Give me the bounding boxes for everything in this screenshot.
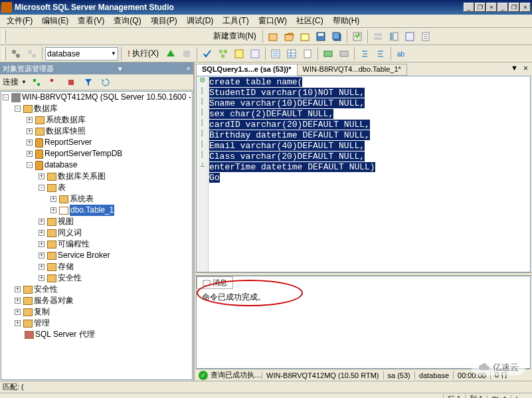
expand-toggle[interactable]: + bbox=[50, 207, 56, 213]
expand-toggle[interactable]: + bbox=[39, 230, 44, 236]
close2-button[interactable]: × bbox=[520, 3, 531, 12]
close-button[interactable]: × bbox=[486, 3, 497, 12]
tree-diagram[interactable]: 数据库关系图 bbox=[58, 171, 106, 182]
specify-values-button[interactable]: ab bbox=[394, 47, 408, 61]
tree-rs[interactable]: ReportServer bbox=[44, 137, 92, 148]
expand-toggle[interactable]: + bbox=[27, 151, 33, 157]
stop-button[interactable] bbox=[179, 47, 194, 61]
tree-prog[interactable]: 可编程性 bbox=[58, 239, 90, 250]
expand-toggle[interactable]: + bbox=[15, 298, 21, 304]
expand-toggle[interactable]: + bbox=[15, 309, 21, 315]
expand-toggle[interactable]: + bbox=[27, 140, 33, 146]
debug-button[interactable] bbox=[163, 47, 178, 61]
expand-toggle[interactable]: + bbox=[39, 275, 44, 281]
toolbar-grip[interactable] bbox=[3, 30, 6, 43]
tree-table1[interactable]: dbo.Table_1 bbox=[70, 205, 114, 216]
menu-tools[interactable]: 工具(T) bbox=[219, 15, 252, 27]
connect2-button[interactable] bbox=[29, 75, 44, 90]
open-button[interactable] bbox=[282, 29, 296, 44]
disconnect-button[interactable] bbox=[46, 75, 61, 90]
options-button[interactable] bbox=[248, 47, 262, 61]
design-button[interactable] bbox=[232, 47, 246, 61]
expand-toggle[interactable]: + bbox=[39, 173, 44, 179]
uncomment-button[interactable] bbox=[337, 47, 351, 61]
change-conn-button[interactable] bbox=[25, 47, 39, 61]
expand-toggle[interactable]: - bbox=[15, 106, 21, 112]
expand-toggle[interactable]: + bbox=[39, 264, 44, 270]
tree-rst[interactable]: ReportServerTempDB bbox=[44, 148, 122, 159]
tree-management[interactable]: 管理 bbox=[34, 318, 50, 329]
properties-button[interactable] bbox=[418, 29, 433, 44]
messages-tab[interactable]: 消息 bbox=[197, 276, 233, 289]
tree-snapshot[interactable]: 数据库快照 bbox=[46, 126, 86, 137]
expand-toggle[interactable]: + bbox=[50, 196, 56, 202]
pin-icon[interactable]: ▾ bbox=[118, 64, 122, 73]
refresh-button[interactable] bbox=[98, 75, 113, 90]
expand-toggle[interactable]: + bbox=[15, 320, 21, 326]
object-tree[interactable]: -WIN-B8RVQT412MQ (SQL Server 10.50.1600 … bbox=[1, 91, 193, 380]
tree-replication[interactable]: 复制 bbox=[34, 306, 50, 318]
tree-server[interactable]: WIN-B8RVQT412MQ (SQL Server 10.50.1600 - bbox=[22, 92, 191, 103]
saveall-button[interactable] bbox=[329, 29, 344, 44]
plan-button[interactable] bbox=[216, 47, 230, 61]
tree-sb[interactable]: Service Broker bbox=[58, 250, 110, 261]
results-grid-button[interactable] bbox=[284, 47, 299, 61]
new-query-button[interactable]: 新建查询(N) bbox=[9, 29, 260, 44]
tree-synonyms[interactable]: 同义词 bbox=[58, 227, 82, 239]
expand-toggle[interactable]: + bbox=[15, 286, 21, 292]
parse-button[interactable] bbox=[200, 47, 215, 61]
editor-lines[interactable]: create table name( StudentID varchar(10)… bbox=[209, 76, 530, 272]
object-explorer-button[interactable] bbox=[387, 29, 401, 44]
messages-body[interactable]: 命令已成功完成。 bbox=[197, 289, 530, 368]
comment-button[interactable] bbox=[321, 47, 335, 61]
tree-sysdb[interactable]: 系统数据库 bbox=[46, 114, 86, 126]
expand-toggle[interactable]: + bbox=[27, 128, 33, 134]
menu-window[interactable]: 窗口(W) bbox=[254, 15, 291, 27]
template-button[interactable] bbox=[402, 29, 417, 44]
tree-security[interactable]: 安全性 bbox=[58, 272, 82, 284]
tab-table1[interactable]: WIN-B8RVQT4...dbo.Table_1* bbox=[297, 64, 407, 76]
tree-tables[interactable]: 表 bbox=[58, 182, 66, 193]
expand-toggle[interactable]: + bbox=[27, 117, 33, 123]
activity-button[interactable] bbox=[350, 29, 365, 44]
tree-srvobj[interactable]: 服务器对象 bbox=[34, 295, 74, 306]
filter-button[interactable] bbox=[81, 75, 96, 90]
save-button[interactable] bbox=[313, 29, 328, 44]
toolbar-grip[interactable] bbox=[3, 47, 6, 60]
stop2-button[interactable] bbox=[64, 75, 78, 90]
tree-agent[interactable]: SQL Server 代理 bbox=[35, 329, 95, 340]
connect-button[interactable] bbox=[9, 47, 23, 61]
reg-servers-button[interactable] bbox=[371, 29, 385, 44]
results-text-button[interactable] bbox=[268, 47, 283, 61]
restore2-button[interactable]: ❐ bbox=[509, 3, 519, 12]
open2-button[interactable] bbox=[298, 29, 312, 44]
new-project-button[interactable] bbox=[266, 29, 280, 44]
minimize2-button[interactable]: _ bbox=[497, 3, 508, 12]
tree-security2[interactable]: 安全性 bbox=[34, 284, 58, 295]
tabs-close[interactable]: × bbox=[521, 64, 531, 76]
expand-toggle[interactable]: + bbox=[39, 252, 44, 258]
menu-help[interactable]: 帮助(H) bbox=[329, 15, 364, 27]
tab-sqlquery1[interactable]: SQLQuery1.s...e (sa (53))* bbox=[196, 64, 298, 76]
results-file-button[interactable] bbox=[300, 47, 315, 61]
outdent-button[interactable] bbox=[373, 47, 388, 61]
tree-views[interactable]: 视图 bbox=[58, 216, 74, 227]
tree-db[interactable]: database bbox=[44, 159, 77, 171]
minimize-button[interactable]: _ bbox=[464, 3, 474, 12]
restore-button[interactable]: ❐ bbox=[475, 3, 486, 12]
expand-toggle[interactable]: + bbox=[39, 219, 44, 225]
expand-toggle[interactable]: + bbox=[39, 241, 44, 247]
tree-databases[interactable]: 数据库 bbox=[34, 103, 58, 114]
expand-toggle[interactable]: - bbox=[27, 162, 33, 168]
panel-close-icon[interactable]: × bbox=[187, 64, 191, 72]
tree-storage[interactable]: 存储 bbox=[58, 261, 74, 272]
tree-systables[interactable]: 系统表 bbox=[70, 193, 94, 205]
sql-editor[interactable]: ⊟│││││││⊥ create table name( StudentID v… bbox=[196, 76, 531, 272]
database-combo[interactable]: database▼ bbox=[45, 47, 118, 60]
tabs-dropdown[interactable]: ▼ bbox=[508, 64, 521, 76]
expand-toggle[interactable]: - bbox=[39, 185, 44, 191]
execute-button[interactable]: ! 执行(X) bbox=[124, 47, 162, 61]
indent-button[interactable] bbox=[357, 47, 372, 61]
expand-toggle[interactable]: - bbox=[3, 94, 9, 100]
menu-community[interactable]: 社区(C) bbox=[292, 15, 327, 27]
